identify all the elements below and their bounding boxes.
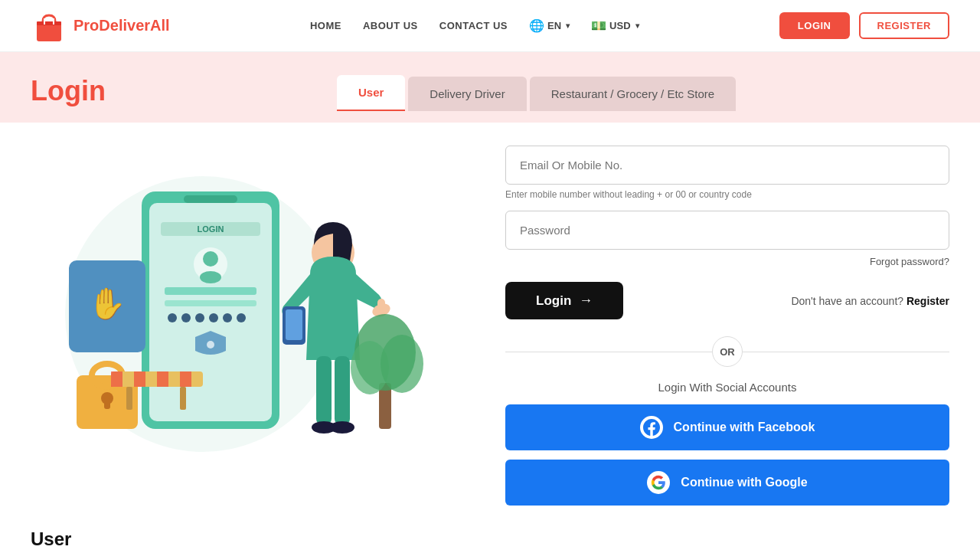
social-accounts-title: Login With Social Accounts — [505, 381, 949, 394]
nav-actions: LOGIN REGISTER — [779, 12, 949, 39]
banner-left: Login — [31, 75, 337, 123]
svg-point-47 — [381, 335, 423, 393]
or-divider: OR — [505, 336, 949, 367]
tab-user[interactable]: User — [337, 75, 405, 111]
svg-rect-29 — [126, 387, 132, 410]
svg-point-41 — [330, 421, 354, 434]
login-illustration: LOGIN ✋ — [50, 146, 456, 467]
main-content: LOGIN ✋ — [0, 123, 980, 528]
language-selector[interactable]: 🌐 EN ▾ — [529, 18, 570, 33]
svg-rect-37 — [377, 299, 385, 311]
login-submit-button[interactable]: Login → — [505, 282, 623, 319]
or-line-left — [505, 352, 712, 352]
tab-store[interactable]: Restaurant / Grocery / Etc Store — [530, 77, 736, 111]
svg-rect-31 — [111, 371, 122, 387]
svg-rect-30 — [180, 387, 186, 410]
login-form: Enter mobile number without leading + or… — [505, 138, 949, 506]
svg-rect-38 — [316, 356, 332, 425]
illustration-area: LOGIN ✋ — [31, 138, 475, 467]
tabs-row: User Delivery Driver Restaurant / Grocer… — [337, 75, 949, 111]
svg-point-11 — [203, 251, 218, 267]
lang-chevron-icon: ▾ — [566, 21, 570, 30]
svg-point-20 — [237, 313, 246, 322]
google-button-label: Continue with Google — [681, 476, 807, 489]
svg-rect-13 — [165, 287, 256, 295]
password-input[interactable] — [505, 211, 949, 250]
facebook-icon — [640, 416, 663, 439]
below-title: User — [31, 528, 949, 550]
svg-rect-32 — [134, 371, 145, 387]
arrow-right-icon: → — [579, 293, 593, 309]
google-icon — [647, 471, 670, 494]
register-link[interactable]: Register — [906, 295, 949, 307]
svg-rect-14 — [165, 300, 256, 306]
logo-name: DeliverAll — [99, 17, 169, 34]
svg-rect-39 — [335, 356, 350, 425]
facebook-button-label: Continue with Facebook — [674, 420, 815, 434]
currency-code: USD — [609, 20, 630, 31]
register-prompt: Don't have an account? Register — [791, 295, 949, 307]
svg-point-12 — [200, 271, 221, 283]
svg-rect-43 — [286, 309, 302, 340]
banner: Login User Delivery Driver Restaurant / … — [0, 52, 980, 123]
svg-rect-27 — [104, 398, 110, 409]
forgot-password-link[interactable]: Forgot password? — [870, 256, 949, 267]
currency-flag: 💵 — [591, 18, 606, 33]
logo-brand: Pro — [74, 17, 99, 34]
below-section: User ● Login or register with your name,… — [0, 528, 980, 553]
no-account-text: Don't have an account? — [791, 295, 903, 307]
currency-chevron-icon: ▾ — [635, 21, 639, 30]
nav-links: HOME ABOUT US CONTACT US 🌐 EN ▾ 💵 USD ▾ — [310, 18, 639, 33]
svg-point-16 — [181, 313, 191, 322]
svg-rect-7 — [184, 195, 237, 203]
lang-code: EN — [547, 20, 561, 31]
svg-text:LOGIN: LOGIN — [198, 224, 224, 234]
svg-point-19 — [223, 313, 232, 322]
email-input[interactable] — [505, 146, 949, 185]
login-nav-button[interactable]: LOGIN — [779, 12, 850, 39]
logo-icon — [31, 8, 67, 44]
or-line-right — [743, 352, 949, 352]
svg-point-15 — [168, 313, 177, 322]
lang-flag: 🌐 — [529, 18, 544, 33]
svg-point-17 — [195, 313, 204, 322]
currency-selector[interactable]: 💵 USD ▾ — [591, 18, 639, 33]
nav-home[interactable]: HOME — [310, 20, 341, 31]
svg-rect-33 — [157, 371, 168, 387]
logo-text: ProDeliverAll — [74, 17, 170, 34]
login-button-label: Login — [536, 293, 571, 309]
svg-rect-1 — [37, 21, 61, 25]
email-hint: Enter mobile number without leading + or… — [505, 189, 949, 200]
nav-contact[interactable]: CONTACT US — [439, 20, 508, 31]
facebook-login-button[interactable]: Continue with Facebook — [505, 404, 949, 450]
nav-about[interactable]: ABOUT US — [363, 20, 418, 31]
google-login-button[interactable]: Continue with Google — [505, 460, 949, 506]
logo[interactable]: ProDeliverAll — [31, 8, 170, 44]
svg-rect-34 — [180, 371, 191, 387]
login-row: Login → Don't have an account? Register — [505, 282, 949, 319]
tab-driver[interactable]: Delivery Driver — [408, 77, 526, 111]
forgot-row: Forgot password? — [505, 254, 949, 268]
or-badge: OR — [712, 336, 743, 367]
navbar: ProDeliverAll HOME ABOUT US CONTACT US 🌐… — [0, 0, 980, 52]
svg-point-18 — [209, 313, 218, 322]
svg-point-21 — [207, 341, 214, 348]
page-title: Login — [31, 75, 337, 107]
register-nav-button[interactable]: REGISTER — [859, 12, 949, 39]
svg-text:✋: ✋ — [88, 285, 126, 322]
